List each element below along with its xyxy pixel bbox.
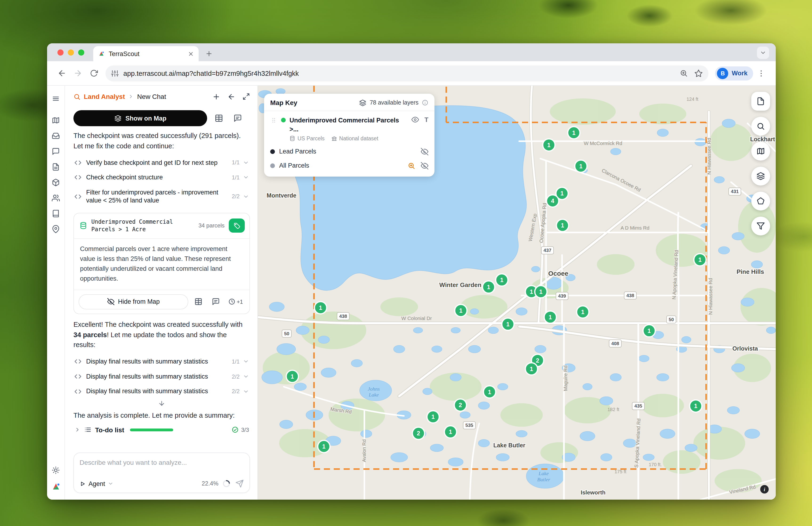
label-toggle-icon[interactable]: T [424,116,429,123]
new-chat-icon[interactable] [212,93,220,101]
browser-menu-button[interactable] [753,65,769,81]
tool-step[interactable]: Filter for underimproved parcels - impro… [73,185,250,208]
cluster-marker[interactable]: 1 [535,286,547,298]
minimize-window-button[interactable] [68,49,74,56]
site-settings-icon[interactable] [111,69,119,77]
sidebar-item-library[interactable] [49,206,63,221]
sidebar-item-chats[interactable] [49,144,63,158]
scroll-down-arrow-icon[interactable] [73,400,250,407]
chevron-down-icon[interactable] [243,174,249,181]
available-layers-label[interactable]: 78 available layers [370,99,419,106]
send-button[interactable] [235,479,244,488]
filter-tool-button[interactable] [751,217,770,236]
zoom-to-layer-icon[interactable] [408,162,415,170]
drag-handle-icon[interactable] [270,117,277,124]
breadcrumb-workspace[interactable]: Land Analyst [84,93,125,100]
tool-step[interactable]: Display final results with summary stati… [73,384,250,399]
back-button[interactable] [54,65,70,81]
chevron-right-icon[interactable] [74,427,81,433]
theme-toggle-sun-icon[interactable] [49,463,63,477]
cluster-marker[interactable]: 1 [318,440,330,453]
cluster-marker[interactable]: 1 [690,400,702,412]
cluster-marker[interactable]: 1 [427,411,439,423]
cluster-marker[interactable]: 1 [643,325,655,337]
cluster-marker[interactable]: 1 [694,254,706,266]
cluster-marker[interactable]: 1 [496,274,508,286]
chevron-down-icon[interactable] [243,359,249,365]
cluster-marker[interactable]: 2 [412,427,424,439]
cluster-marker[interactable]: 1 [483,386,496,398]
cluster-marker[interactable]: 4 [547,195,559,207]
sidebar-item-datasets[interactable] [49,175,63,189]
layer-row-underimproved[interactable]: Underimproved Commercial Parcels >... US… [270,113,429,145]
table-view-button[interactable] [192,295,206,309]
cluster-marker[interactable]: 1 [502,318,514,330]
eye-icon[interactable] [411,116,419,123]
info-icon[interactable] [422,99,429,106]
tab-search-button[interactable] [757,47,769,59]
sidebar-item-inbox[interactable] [49,129,63,143]
search-tool-button[interactable] [751,117,770,136]
chat-message-list[interactable]: Show on Map The checkpoint was created s… [65,108,258,449]
zoom-icon[interactable] [680,69,688,77]
map-attribution-info-button[interactable]: i [760,485,769,494]
todo-list-row[interactable]: To-do list 3/3 [73,422,250,436]
cluster-marker[interactable]: 1 [543,139,555,151]
forward-button[interactable] [70,65,86,81]
layer-row-lead-parcels[interactable]: Lead Parcels [270,145,429,159]
draw-polygon-tool-button[interactable] [751,191,770,211]
chevron-down-icon[interactable] [243,388,249,394]
chevron-down-icon[interactable] [243,160,249,166]
cluster-marker[interactable]: 1 [544,311,556,323]
cluster-marker[interactable]: 1 [568,127,580,139]
report-tool-button[interactable] [751,92,770,111]
chevron-down-icon[interactable] [243,373,249,380]
cluster-marker[interactable]: 1 [286,370,299,383]
sidebar-item-map[interactable] [49,113,63,127]
close-window-button[interactable] [57,49,63,56]
address-bar[interactable]: app.terrascout.ai/map?chatId=b97zm9hg5r4… [105,65,709,81]
menu-icon[interactable] [49,91,63,105]
tool-step[interactable]: Verify base checkpoint and get ID for ne… [73,155,250,170]
app-logo[interactable] [49,480,63,494]
cluster-marker[interactable]: 1 [525,363,538,375]
comment-button[interactable] [231,111,245,125]
layers-tool-button[interactable] [751,167,770,186]
bookmark-star-icon[interactable] [695,69,703,77]
show-on-map-button[interactable]: Show on Map [73,110,207,126]
cluster-marker[interactable]: 1 [455,304,467,317]
hide-from-map-button[interactable]: Hide from Map [78,294,188,309]
expand-icon[interactable] [243,93,250,100]
cluster-marker[interactable]: 1 [315,302,327,314]
tab-close-icon[interactable] [188,51,194,57]
table-view-button[interactable] [212,111,226,125]
cluster-marker[interactable]: 2 [454,399,466,411]
cluster-marker[interactable]: 1 [575,160,587,172]
layer-row-all-parcels[interactable]: All Parcels [270,159,429,173]
new-tab-button[interactable] [202,47,216,60]
browser-tab[interactable]: TerraScout [93,46,199,61]
cluster-marker[interactable]: 1 [444,426,456,438]
sidebar-item-team[interactable] [49,191,63,205]
basemap-tool-button[interactable] [751,142,770,160]
history-button[interactable]: +1 [227,296,245,307]
zoom-window-button[interactable] [78,49,84,56]
sidebar-item-documents[interactable] [49,160,63,174]
tag-button[interactable] [229,219,245,233]
cluster-marker[interactable]: 1 [556,219,569,231]
cluster-marker[interactable]: 1 [577,306,589,318]
profile-button[interactable]: B Work [715,66,753,80]
chevron-down-icon[interactable] [243,193,249,199]
tool-step[interactable]: Display final results with summary stati… [73,354,250,369]
reload-button[interactable] [86,65,102,81]
eye-off-icon[interactable] [421,162,429,170]
chat-input[interactable]: Describe what you want to analyze... [79,459,244,466]
cluster-marker[interactable]: 1 [482,281,495,293]
sidebar-item-locations[interactable] [49,222,63,236]
eye-off-icon[interactable] [421,148,429,155]
tool-step[interactable]: Display final results with summary stati… [73,369,250,384]
back-icon[interactable] [227,93,235,101]
comment-button[interactable] [209,295,223,309]
tool-step[interactable]: Check checkpoint structure 1/1 [73,170,250,185]
agent-mode-select[interactable]: Agent [79,480,114,487]
